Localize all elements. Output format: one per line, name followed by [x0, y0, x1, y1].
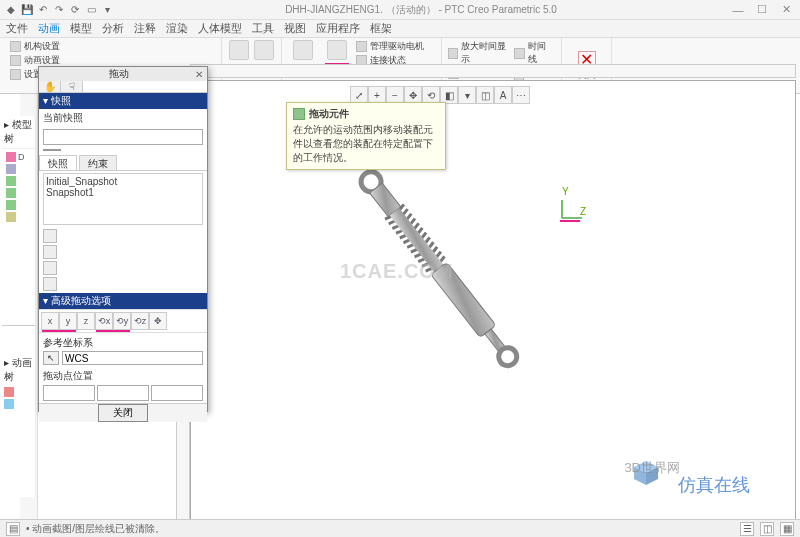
status-bar: ▤ • 动画截图/图层绘线已被清除。 ☰ ◫ ▦	[0, 519, 800, 537]
part-icon	[6, 188, 16, 198]
window-title: DHH-JIANGZHENG1. （活动的） - PTC Creo Parame…	[114, 3, 728, 17]
pick-csys-button[interactable]: ↖	[43, 351, 59, 365]
drag-point-tab[interactable]: ✋	[39, 81, 61, 92]
drag-body-tab[interactable]: ☟	[61, 81, 83, 92]
gear-icon	[229, 40, 249, 60]
drag-point-y-input[interactable]	[97, 385, 149, 401]
dropdown-icon[interactable]: ▾	[100, 3, 114, 17]
close-window-button[interactable]: ✕	[776, 3, 796, 17]
tree-item[interactable]	[4, 163, 33, 175]
status-icon[interactable]: ▤	[6, 522, 20, 536]
perspective-button[interactable]: ◫	[476, 86, 494, 104]
redo-icon[interactable]: ↷	[52, 3, 66, 17]
menu-file[interactable]: 文件	[6, 21, 28, 36]
menu-model[interactable]: 模型	[70, 21, 92, 36]
rotate-z-button[interactable]: ⟲z	[131, 312, 149, 330]
ribbon-button[interactable]	[254, 40, 276, 61]
part-icon	[6, 176, 16, 186]
translate-y-button[interactable]: y	[59, 312, 77, 330]
menu-analysis[interactable]: 分析	[102, 21, 124, 36]
anim-tree-item[interactable]	[2, 398, 35, 410]
list-item[interactable]: Snapshot1	[46, 187, 200, 198]
window-icon[interactable]: ▭	[84, 3, 98, 17]
annotations-button[interactable]: A	[494, 86, 512, 104]
menu-animation[interactable]: 动画	[38, 21, 60, 36]
tree-item[interactable]	[4, 187, 33, 199]
rotate-x-button[interactable]: ⟲x	[95, 312, 113, 330]
status-filter-icon[interactable]: ☰	[740, 522, 754, 536]
part-icon	[6, 200, 16, 210]
maximize-button[interactable]: ☐	[752, 3, 772, 17]
zoom-time-item[interactable]: 放大时间显示	[448, 40, 510, 66]
menu-manikin[interactable]: 人体模型	[198, 21, 242, 36]
status-message: • 动画截图/图层绘线已被清除。	[26, 522, 165, 536]
undo-icon[interactable]: ↶	[36, 3, 50, 17]
highlight-underline	[560, 220, 580, 222]
tooltip-body: 在允许的运动范围内移动装配元件以查看您的装配在特定配置下的工作情况。	[293, 123, 439, 165]
menu-view[interactable]: 视图	[284, 21, 306, 36]
status-selection-icon[interactable]: ▦	[780, 522, 794, 536]
menu-annotate[interactable]: 注释	[134, 21, 156, 36]
ribbon-icon[interactable]	[10, 69, 21, 80]
zoom-icon	[448, 48, 458, 59]
cube-logo-icon	[632, 459, 660, 487]
camera-icon[interactable]	[43, 149, 61, 151]
playback-motor-button[interactable]	[288, 40, 318, 61]
coord-sys-input[interactable]	[62, 351, 203, 365]
ribbon-button[interactable]	[228, 40, 250, 61]
svg-rect-2	[390, 208, 444, 272]
drag-point-z-input[interactable]	[151, 385, 203, 401]
tree-item[interactable]	[4, 175, 33, 187]
ribbon-icon[interactable]	[10, 41, 21, 52]
snapshot-listbox[interactable]: Initial_Snapshot Snapshot1	[43, 173, 203, 225]
list-item[interactable]: Initial_Snapshot	[46, 176, 200, 187]
menu-render[interactable]: 渲染	[166, 21, 188, 36]
highlight-underline	[42, 330, 76, 332]
manage-motors-item[interactable]: 管理驱动电机	[356, 40, 424, 53]
free-drag-button[interactable]: ✥	[149, 312, 167, 330]
current-snapshot-input[interactable]	[43, 129, 203, 145]
snapshot-tool-icon[interactable]	[43, 245, 57, 259]
menu-framework[interactable]: 框架	[370, 21, 392, 36]
anim-tree-header: ▸ 动画树	[2, 325, 35, 386]
animation-icon	[4, 399, 14, 409]
regen-icon[interactable]: ⟳	[68, 3, 82, 17]
snapshots-tab[interactable]: 快照	[39, 155, 77, 170]
status-geometry-icon[interactable]: ◫	[760, 522, 774, 536]
drag-point-x-input[interactable]	[43, 385, 95, 401]
menu-tools[interactable]: 工具	[252, 21, 274, 36]
dialog-close-footer-button[interactable]: 关闭	[98, 404, 148, 422]
tooltip: 拖动元件 在允许的运动范围内移动装配元件以查看您的装配在特定配置下的工作情况。	[286, 102, 446, 170]
ribbon-icon[interactable]	[10, 55, 21, 66]
tree-item[interactable]	[4, 211, 33, 223]
tree-item[interactable]: D	[4, 151, 33, 163]
menu-applications[interactable]: 应用程序	[316, 21, 360, 36]
assembly-icon	[6, 152, 16, 162]
snapshot-tool-icon[interactable]	[43, 277, 57, 291]
more-button[interactable]: ⋯	[512, 86, 530, 104]
snapshot-tool-icon[interactable]	[43, 261, 57, 275]
translate-x-button[interactable]: x	[41, 312, 59, 330]
body-icon	[327, 40, 347, 60]
drive-body-button[interactable]	[322, 40, 352, 65]
tree-item[interactable]	[4, 199, 33, 211]
title-bar: ◆ 💾 ↶ ↷ ⟳ ▭ ▾ DHH-JIANGZHENG1. （活动的） - P…	[0, 0, 800, 20]
dialog-close-button[interactable]: ✕	[195, 69, 203, 80]
save-icon[interactable]: 💾	[20, 3, 34, 17]
part-icon	[6, 164, 16, 174]
timeline-item[interactable]: 时间线	[514, 40, 555, 66]
axis-z-label: Z	[580, 206, 586, 217]
constraints-tab[interactable]: 约束	[79, 155, 117, 170]
rotate-y-button[interactable]: ⟲y	[113, 312, 131, 330]
motor-icon	[293, 40, 313, 60]
advanced-drag-toolbar: x y z ⟲x ⟲y ⟲z ✥	[39, 309, 207, 333]
minimize-button[interactable]: —	[728, 3, 748, 17]
anim-tree-item[interactable]	[2, 386, 35, 398]
snapshot-tool-icon[interactable]	[43, 229, 57, 243]
saved-views-button[interactable]: ▾	[458, 86, 476, 104]
dialog-titlebar[interactable]: 拖动 ✕	[39, 67, 207, 81]
translate-z-button[interactable]: z	[77, 312, 95, 330]
drag-dialog: 拖动 ✕ ✋ ☟ ▾ 快照 当前快照 快照 约束 Initial_Snapsho…	[38, 66, 208, 412]
svg-rect-3	[431, 262, 496, 337]
drag-component-icon	[293, 108, 305, 120]
